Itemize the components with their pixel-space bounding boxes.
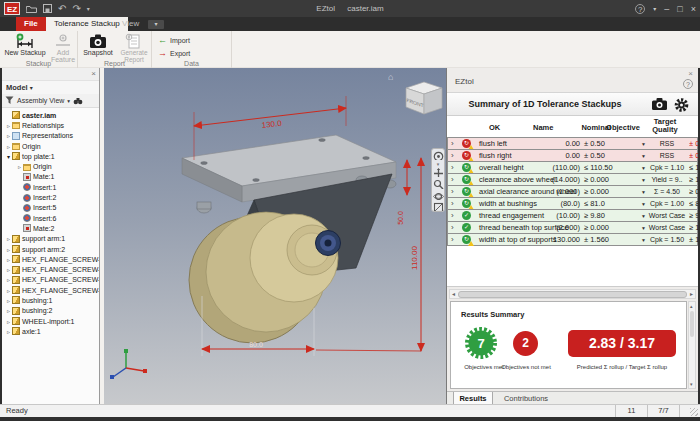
tree-expand-arrow[interactable]: ▹ <box>5 122 12 129</box>
tree-item[interactable]: Insert:1 <box>2 182 99 192</box>
tree-item[interactable]: Insert:2 <box>2 192 99 202</box>
row-expand-chevron[interactable]: › <box>451 150 454 161</box>
scrollbar-thumb[interactable] <box>458 291 687 298</box>
tree-item[interactable]: ▹Origin <box>2 161 99 171</box>
tree-item[interactable]: ▹bushing:1 <box>2 295 99 305</box>
tree-expand-arrow[interactable]: ▹ <box>5 307 12 314</box>
navbar-caret-icon[interactable]: ▾ <box>437 162 440 166</box>
import-button[interactable]: ← Import <box>158 34 190 46</box>
tree-expand-arrow[interactable]: ▹ <box>5 132 12 139</box>
stackup-target-quality[interactable]: RSS <box>648 150 686 161</box>
tree-item[interactable]: Mate:2 <box>2 223 99 233</box>
viewcube-home-icon[interactable]: ⌂ <box>388 72 393 82</box>
help-dropdown-icon[interactable]: ▾ <box>653 5 656 12</box>
resize-grip[interactable] <box>690 408 698 416</box>
tree-expand-arrow[interactable]: ▹ <box>5 266 12 273</box>
tree-item[interactable]: Mate:1 <box>2 172 99 182</box>
stackup-target-quality[interactable]: Cpk = 1.50 <box>648 234 686 245</box>
row-expand-chevron[interactable]: › <box>451 138 454 149</box>
tree-expand-arrow[interactable]: ▹ <box>5 256 12 263</box>
scroll-down-icon[interactable]: ▾ <box>690 381 693 387</box>
dimension-width-top[interactable]: 130.0 <box>261 119 282 130</box>
tree-item[interactable]: ▾top plate:1 <box>2 151 99 161</box>
dimension-width-bottom[interactable]: 80.0 <box>249 341 263 348</box>
row-expand-chevron[interactable]: › <box>451 234 454 245</box>
stackup-target-quality[interactable]: RSS <box>648 138 686 149</box>
orbit-icon[interactable] <box>433 191 444 200</box>
tree-item[interactable]: ▹axle:1 <box>2 326 99 336</box>
tree-item[interactable]: ▹Representations <box>2 131 99 141</box>
stackup-target-quality[interactable]: Yield = 9.. <box>648 174 686 185</box>
stackup-target-quality[interactable]: Worst Case <box>648 210 686 221</box>
tree-expand-arrow[interactable]: ▹ <box>5 318 12 325</box>
tab-view[interactable]: View <box>114 17 147 31</box>
tree-item[interactable]: ▹support arm:1 <box>2 234 99 244</box>
tree-expand-arrow[interactable]: ▹ <box>5 276 12 283</box>
stackup-target-quality[interactable]: Σ = 4.50 <box>648 186 686 197</box>
zoom-icon[interactable] <box>433 179 444 188</box>
navigation-bar[interactable]: ▾ <box>431 148 445 212</box>
tree-expand-arrow[interactable]: ▹ <box>5 235 12 242</box>
navigation-wheel-icon[interactable] <box>433 151 444 160</box>
dimension-height-right[interactable]: 110.00 <box>410 246 419 270</box>
browser-close-icon[interactable]: × <box>91 69 96 78</box>
generate-report-button[interactable]: Generate Report <box>116 32 152 58</box>
tree-expand-arrow[interactable]: ▹ <box>5 328 12 335</box>
stackup-target-quality[interactable]: Cpk = 1.00 <box>648 198 686 209</box>
viewport-3d[interactable]: 130.0 110.00 50.0 80.0 ⌂ <box>104 68 446 404</box>
dimension-height-short[interactable]: 50.0 <box>397 211 404 225</box>
tree-item[interactable]: ▹Relationships <box>2 120 99 130</box>
tree-expand-arrow[interactable]: ▹ <box>5 246 12 253</box>
minimize-button[interactable]: – <box>664 4 669 14</box>
snapshot-button[interactable]: Snapshot <box>80 32 116 58</box>
export-button[interactable]: → Export <box>158 47 190 59</box>
add-feature-button[interactable]: Add Feature <box>48 32 78 58</box>
tree-expand-arrow[interactable]: ▹ <box>5 297 12 304</box>
tree-item[interactable]: ▹HEX_FLANGE_SCREW-import:3 <box>2 275 99 285</box>
tree-item[interactable]: Insert:6 <box>2 213 99 223</box>
tree-item[interactable]: ▹bushing:2 <box>2 306 99 316</box>
tree-item[interactable]: Insert:5 <box>2 203 99 213</box>
view-selector-dropdown-icon[interactable]: ▾ <box>67 98 70 104</box>
snapshot-camera-icon[interactable] <box>651 97 668 115</box>
find-binoculars-icon[interactable] <box>73 97 83 105</box>
help-icon[interactable]: ? <box>635 4 645 14</box>
tree-expand-arrow[interactable]: ▾ <box>5 153 12 160</box>
browser-title-dropdown-icon[interactable]: ▾ <box>30 85 33 91</box>
eztol-help-icon[interactable]: ? <box>683 79 693 89</box>
close-button[interactable]: × <box>691 4 696 14</box>
tree-item[interactable]: caster.iam <box>2 110 99 120</box>
browser-header[interactable]: Model ▾ <box>2 81 99 94</box>
eztol-close-icon[interactable]: × <box>688 69 693 78</box>
tree-item[interactable]: ▹HEX_FLANGE_SCREW-import:1 <box>2 254 99 264</box>
stackup-row[interactable]: ›↻width at top of supports130.000± 1.560… <box>447 233 698 246</box>
scroll-right-icon[interactable]: ▸ <box>690 290 693 299</box>
ribbon-overflow-icon[interactable]: ▾ <box>148 20 164 29</box>
pan-icon[interactable] <box>433 168 444 177</box>
view-selector[interactable]: Assembly View <box>17 97 64 104</box>
tree-item[interactable]: ▹HEX_FLANGE_SCREW-import:4 <box>2 285 99 295</box>
tree-expand-arrow[interactable]: ▹ <box>5 143 12 150</box>
filter-funnel-icon[interactable] <box>5 96 14 105</box>
stackup-target-quality[interactable]: Cpk = 1.10 <box>648 162 686 173</box>
tree-item[interactable]: ▹WHEEL-import:1 <box>2 316 99 326</box>
stackup-target-quality[interactable]: Worst Case <box>648 222 686 233</box>
settings-gear-icon[interactable] <box>673 97 690 117</box>
row-expand-chevron[interactable]: › <box>451 222 454 233</box>
tree-expand-arrow[interactable]: ▹ <box>16 163 23 170</box>
tree-item[interactable]: ▹Origin <box>2 141 99 151</box>
look-at-icon[interactable] <box>433 202 444 211</box>
row-expand-chevron[interactable]: › <box>451 174 454 185</box>
results-vertical-scrollbar[interactable]: ▴ ▾ <box>688 301 696 389</box>
row-expand-chevron[interactable]: › <box>451 162 454 173</box>
row-expand-chevron[interactable]: › <box>451 210 454 221</box>
scroll-left-icon[interactable]: ◂ <box>452 290 455 299</box>
row-expand-chevron[interactable]: › <box>451 198 454 209</box>
maximize-button[interactable]: □ <box>677 4 682 14</box>
tab-file[interactable]: File <box>16 17 46 31</box>
new-stackup-button[interactable]: New Stackup <box>2 32 48 58</box>
tree-expand-arrow[interactable]: ▹ <box>5 287 12 294</box>
scrollbar-thumb[interactable] <box>690 311 694 337</box>
viewcube[interactable]: FRONT <box>400 78 446 122</box>
table-horizontal-scrollbar[interactable]: ◂ ▸ <box>449 289 696 299</box>
